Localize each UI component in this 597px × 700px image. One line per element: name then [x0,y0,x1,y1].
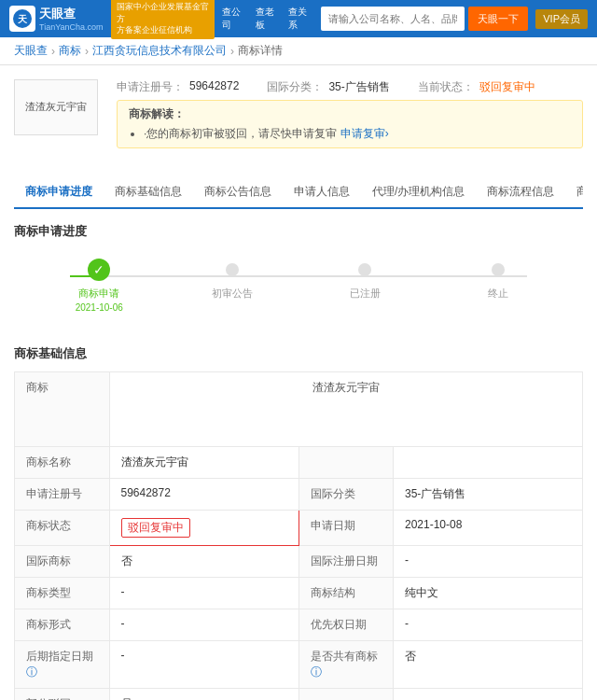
value-apply-date: 2021-10-08 [394,511,583,546]
label-tm-name: 商标名称 [15,447,110,479]
label-trademark: 商标 [15,372,110,447]
step-circle-pending-2 [226,263,239,276]
notice-item: ·您的商标初审被驳回，请尽快申请复审 申请复审› [144,126,571,142]
logo-area: 天 天眼查 TianYanCha.com [9,6,104,32]
nav-brand[interactable]: 查老板 [256,6,281,32]
tab-applicant[interactable]: 申请人信息 [283,176,361,209]
notice-link[interactable]: 申请复审› [340,127,389,140]
breadcrumb-sep1: › [51,45,55,58]
nav-company[interactable]: 查公司 [222,6,247,32]
breadcrumb-level2[interactable]: 江西贪玩信息技术有限公司 [92,43,227,59]
table-row-name: 商标名称 渣渣灰元宇宙 [15,447,583,479]
notice-box: 商标解读： ·您的商标初审被驳回，请尽快申请复审 申请复审› [117,100,583,148]
label-intl-reg-date: 国际注册日期 [298,546,394,578]
breadcrumb-current: 商标详情 [238,43,283,59]
value-tm-name: 渣渣灰元宇宙 [109,447,298,479]
label-status: 商标状态 [15,511,110,546]
label-empty-1 [298,447,394,479]
status-highlight-text: 驳回复审中 [121,518,190,538]
intl-class-value: 35-广告销售 [328,79,389,95]
step-label-3: 已注册 [350,287,381,301]
tab-progress[interactable]: 商标申请进度 [14,176,104,209]
value-late-date: - [109,641,298,689]
table-row-form: 商标形式 - 优先权日期 - [15,609,583,641]
label-priority-date: 优先权日期 [298,609,394,641]
step-label-1: 商标申请 [78,287,119,301]
header-links: 查公司 查老板 查关系 [222,6,313,32]
table-row-status: 商标状态 驳回复审中 申请日期 2021-10-08 [15,511,583,546]
tip-icon-2[interactable]: ⓘ [311,665,322,679]
tab-announcement[interactable]: 商标公告信息 [193,176,283,209]
notice-title: 商标解读： [129,106,571,122]
basic-info-section-title: 商标基础信息 [14,345,583,362]
reg-no-label: 申请注册号： [117,79,184,95]
label-intl-class: 国际分类 [298,479,394,511]
label-apply-date: 申请日期 [298,511,394,546]
label-shared: 是否共有商标 ⓘ [298,641,394,689]
label-late-date: 后期指定日期 ⓘ [15,641,110,689]
tab-agency[interactable]: 代理/办理机构信息 [361,176,476,209]
table-row-trademark-display: 商标 渣渣灰元宇宙 [15,372,583,447]
header-banner: 国家中小企业发展基金官方 方备案企业征信机构 [111,0,215,39]
step-label-2: 初审公告 [212,287,253,301]
step-circle-pending-3 [358,263,371,276]
value-tm-type: - [109,578,298,609]
step-initial-pub: 初审公告 [166,259,299,301]
logo-icon: 天 [9,6,35,32]
step-circle-done: ✓ [88,259,110,281]
value-empty-2 [394,689,583,701]
step-date-1: 2021-10-06 [76,302,123,313]
value-shared: 否 [394,641,583,689]
table-row-late: 后期指定日期 ⓘ - 是否共有商标 ⓘ 否 [15,641,583,689]
nav-relation[interactable]: 查关系 [288,6,313,32]
search-input[interactable] [321,7,465,31]
value-reg-no: 59642872 [109,479,298,511]
svg-text:天: 天 [17,14,28,24]
trademark-display-value: 渣渣灰元宇宙 [109,372,583,447]
table-row-type: 商标类型 - 商标结构 纯中文 [15,578,583,609]
intl-class-label: 国际分类： [267,79,323,95]
label-tm-form: 商标形式 [15,609,110,641]
step-terminated: 终止 [432,259,565,301]
value-intl-tm: 否 [109,546,298,578]
value-intl-class: 35-广告销售 [394,479,583,511]
timeline: ✓ 商标申请 2021-10-06 初审公告 已注册 终止 [14,249,583,331]
progress-section-title: 商标申请进度 [14,223,583,240]
label-structure: 商标结构 [298,578,394,609]
tab-process[interactable]: 商标流程信息 [476,176,565,209]
logo-subtext: TianYanCha.com [39,22,104,32]
value-structure: 纯中文 [394,578,583,609]
tabs-bar: 商标申请进度 商标基础信息 商标公告信息 申请人信息 代理/办理机构信息 商标流… [14,176,583,209]
vip-button[interactable]: VIP会员 [535,9,588,29]
search-button[interactable]: 天眼一下 [468,7,528,31]
value-partial: 是 [109,689,298,701]
breadcrumb: 天眼查 › 商标 › 江西贪玩信息技术有限公司 › 商标详情 [0,37,597,65]
breadcrumb-home[interactable]: 天眼查 [14,43,48,59]
header: 天 天眼查 TianYanCha.com 国家中小企业发展基金官方 方备案企业征… [0,0,597,37]
step-label-4: 终止 [488,287,508,301]
main-content: 渣渣灰元宇宙 申请注册号： 59642872 国际分类： 35-广告销售 当前状… [0,65,597,700]
label-empty-2 [298,689,394,701]
logo-text: 天眼查 [39,6,104,22]
label-reg-no: 申请注册号 [15,479,110,511]
trademark-meta: 申请注册号： 59642872 国际分类： 35-广告销售 当前状态： 驳回复审… [117,79,583,158]
label-intl-tm: 国际商标 [15,546,110,578]
value-status: 驳回复审中 [109,511,298,546]
search-bar: 天眼一下 [321,7,528,31]
value-priority-date: - [394,609,583,641]
value-empty-1 [394,447,583,479]
breadcrumb-sep3: › [230,45,234,58]
trademark-title-area: 渣渣灰元宇宙 申请注册号： 59642872 国际分类： 35-广告销售 当前状… [14,65,583,167]
info-table: 商标 渣渣灰元宇宙 商标名称 渣渣灰元宇宙 申请注册号 59642872 国际分… [14,371,583,700]
trademark-logo-box: 渣渣灰元宇宙 [14,79,98,135]
label-partial: 部分驳回 [15,689,110,701]
status-label: 当前状态： [418,79,474,95]
value-tm-form: - [109,609,298,641]
tip-icon-1[interactable]: ⓘ [26,665,37,679]
breadcrumb-sep2: › [85,45,89,58]
tab-basic-info[interactable]: 商标基础信息 [104,176,193,209]
step-circle-pending-4 [492,263,505,276]
tab-goods[interactable]: 商品/服务项目 [565,176,583,209]
label-tm-type: 商标类型 [15,578,110,609]
breadcrumb-level1[interactable]: 商标 [59,43,81,59]
